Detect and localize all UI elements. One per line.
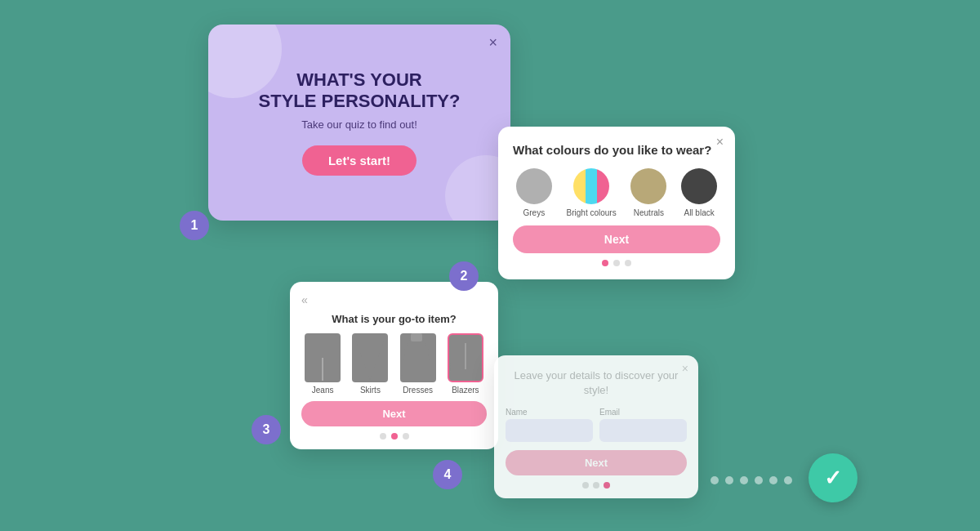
dot-3: [625, 260, 631, 266]
blazers-image: [448, 333, 483, 382]
card3-progress-dots: [301, 433, 487, 440]
dot-1: [602, 260, 608, 266]
colour-bright[interactable]: Bright colours: [567, 168, 617, 217]
black-label: All black: [684, 208, 714, 217]
bright-label: Bright colours: [567, 208, 617, 217]
card4-dot-1: [582, 482, 589, 489]
card2-next-button[interactable]: Next: [513, 225, 720, 253]
dot-line-4: [755, 476, 763, 484]
card4-fields: Name Email: [506, 408, 687, 442]
card4-progress-dots: [506, 482, 687, 489]
card1-subtitle: Take our quiz to find out!: [301, 118, 417, 131]
card2-colours: × What colours do you like to wear? Grey…: [498, 127, 735, 279]
dress-svg: [400, 333, 433, 381]
email-label: Email: [599, 408, 687, 417]
item-blazers[interactable]: Blazers: [448, 333, 483, 395]
card1-title: WHAT'S YOURSTYLE PERSONALITY?: [259, 69, 461, 113]
item-skirts[interactable]: Skirts: [352, 333, 388, 395]
name-input[interactable]: [506, 419, 593, 442]
dot-line-2: [725, 476, 733, 484]
colour-neutrals[interactable]: Neutrals: [630, 168, 666, 217]
neutral-label: Neutrals: [634, 208, 664, 217]
card3-dot-3: [403, 433, 409, 440]
colour-black[interactable]: All black: [681, 168, 717, 217]
item-dresses[interactable]: Dresses: [400, 333, 436, 395]
dresses-image: [400, 333, 436, 382]
card4-dot-2: [593, 482, 599, 489]
card4-title: Leave your details to discover your styl…: [506, 368, 687, 398]
dot-line-6: [784, 476, 792, 484]
neutral-circle: [630, 168, 666, 204]
card3-dot-2: [391, 433, 398, 440]
card3-back-button[interactable]: «: [301, 293, 487, 306]
svg-rect-0: [411, 333, 422, 341]
email-field: Email: [599, 408, 687, 442]
step-badge-4: 4: [433, 460, 462, 489]
card2-title: What colours do you like to wear?: [513, 143, 720, 157]
card1-style-personality: × WHAT'S YOURSTYLE PERSONALITY? Take our…: [208, 25, 510, 221]
skirts-image: [352, 333, 388, 382]
name-label: Name: [506, 408, 593, 417]
skirts-label: Skirts: [360, 386, 381, 395]
card3-next-button[interactable]: Next: [301, 401, 487, 426]
card4-dot-3: [604, 482, 610, 489]
dot-2: [613, 260, 620, 266]
grey-label: Greys: [523, 208, 546, 217]
dot-line-1: [710, 476, 719, 484]
jeans-label: Jeans: [312, 386, 334, 395]
blazers-label: Blazers: [452, 386, 479, 395]
check-icon: ✓: [824, 466, 842, 491]
card4-next-button[interactable]: Next: [506, 450, 687, 475]
card2-close-button[interactable]: ×: [716, 135, 724, 149]
step-badge-2: 2: [449, 261, 479, 291]
card3-goto-item: « What is your go-to item? Jeans Skirts: [290, 282, 498, 449]
lets-start-button[interactable]: Let's start!: [302, 145, 416, 176]
colour-options: Greys Bright colours Neutrals All black: [513, 168, 720, 217]
card4-details: × Leave your details to discover your st…: [494, 355, 698, 498]
jeans-image: [305, 333, 341, 382]
dotted-line: [710, 476, 792, 484]
step-badge-3: 3: [252, 415, 281, 444]
card4-close-button[interactable]: ×: [682, 362, 688, 375]
grey-circle: [516, 168, 552, 204]
card2-progress-dots: [513, 260, 720, 266]
step-badge-1: 1: [180, 211, 209, 240]
card3-title: What is your go-to item?: [301, 313, 487, 325]
item-jeans[interactable]: Jeans: [305, 333, 341, 395]
card1-content: WHAT'S YOURSTYLE PERSONALITY? Take our q…: [208, 25, 510, 221]
item-options: Jeans Skirts Dresses: [301, 333, 487, 395]
dresses-label: Dresses: [403, 386, 433, 395]
black-circle: [681, 168, 717, 204]
bright-circle: [573, 168, 609, 204]
blazer-svg: [449, 335, 482, 382]
dot-line-3: [740, 476, 748, 484]
completion-badge: ✓: [808, 453, 858, 502]
email-input[interactable]: [599, 419, 687, 442]
name-field: Name: [506, 408, 593, 442]
dot-line-5: [769, 476, 777, 484]
colour-greys[interactable]: Greys: [516, 168, 552, 217]
card3-dot-1: [380, 433, 386, 440]
